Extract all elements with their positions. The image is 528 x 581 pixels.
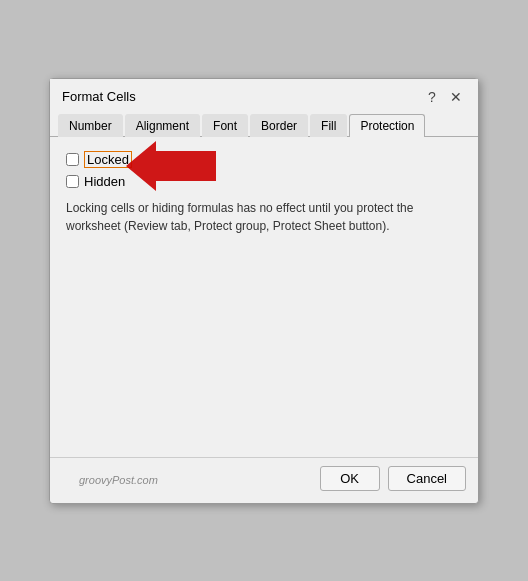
- tab-number[interactable]: Number: [58, 114, 123, 137]
- dialog-title: Format Cells: [62, 89, 136, 104]
- tab-bar: Number Alignment Font Border Fill Protec…: [50, 107, 478, 137]
- tab-alignment[interactable]: Alignment: [125, 114, 200, 137]
- help-button[interactable]: ?: [422, 87, 442, 107]
- watermark: groovyPost.com: [79, 474, 158, 486]
- hidden-row: Hidden: [66, 174, 462, 189]
- title-bar-icons: ? ✕: [422, 87, 466, 107]
- format-cells-dialog: Format Cells ? ✕ Number Alignment Font B…: [49, 78, 479, 504]
- close-button[interactable]: ✕: [446, 87, 466, 107]
- locked-label[interactable]: Locked: [84, 151, 132, 168]
- hidden-checkbox[interactable]: [66, 175, 79, 188]
- locked-row: Locked: [66, 151, 132, 168]
- cancel-button[interactable]: Cancel: [388, 466, 466, 491]
- tab-font[interactable]: Font: [202, 114, 248, 137]
- tab-border[interactable]: Border: [250, 114, 308, 137]
- locked-checkbox[interactable]: [66, 153, 79, 166]
- ok-button[interactable]: OK: [320, 466, 380, 491]
- tab-protection[interactable]: Protection: [349, 114, 425, 137]
- info-text: Locking cells or hiding formulas has no …: [66, 199, 436, 235]
- title-bar: Format Cells ? ✕: [50, 79, 478, 107]
- tab-fill[interactable]: Fill: [310, 114, 347, 137]
- tab-content: Locked Hidden Locking cells or hiding fo…: [50, 137, 478, 457]
- hidden-label[interactable]: Hidden: [84, 174, 125, 189]
